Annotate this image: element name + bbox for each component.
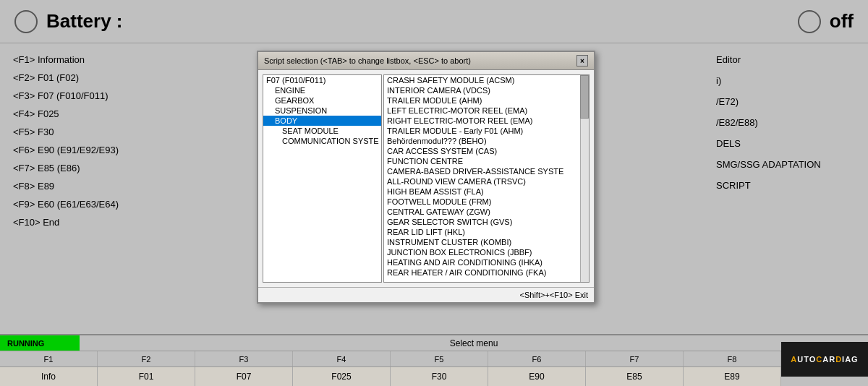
right-panel-dels: DELS — [716, 138, 861, 149]
menu-item-f5[interactable]: <F5> F30 — [7, 123, 231, 141]
list-item-gearbox[interactable]: GEARBOX — [263, 95, 381, 106]
list-item-kombi[interactable]: INSTRUMENT CLUSTER (KOMBI) — [384, 237, 589, 247]
menu-item-f6[interactable]: <F6> E90 (E91/E92/E93) — [7, 141, 231, 159]
list-item-zgw[interactable]: CENTRAL GATEWAY (ZGW) — [384, 207, 589, 217]
list-item-fka[interactable]: REAR HEATER / AIR CONDITIONING (FKA) — [384, 267, 589, 278]
dialog-titlebar: Script selection (<TAB> to change listbo… — [258, 52, 594, 70]
fn-label-f01[interactable]: F01 — [98, 367, 195, 386]
fn-key-f7: F7 — [586, 351, 684, 366]
list-item-beho[interactable]: Behördenmodul??? (BEHO) — [384, 136, 589, 146]
scrollbar-thumb[interactable] — [580, 75, 589, 119]
list-item-cas[interactable]: CAR ACCESS SYSTEM (CAS) — [384, 146, 589, 156]
fn-label-f30[interactable]: F30 — [391, 367, 488, 386]
battery-label: Battery : — [46, 10, 122, 33]
status-running: RUNNING — [0, 335, 80, 351]
list-item-frm[interactable]: FOOTWELL MODULE (FRM) — [384, 197, 589, 207]
brand-logo: AUTOCARDIAG — [781, 342, 868, 377]
menu-item-f4[interactable]: <F4> F025 — [7, 105, 231, 123]
script-dialog: Script selection (<TAB> to change listbo… — [257, 51, 595, 304]
list-item-body[interactable]: BODY — [263, 116, 381, 126]
fn-key-f6: F6 — [488, 351, 586, 366]
list-item-function-centre[interactable]: FUNCTION CENTRE — [384, 156, 589, 166]
fn-key-f4: F4 — [293, 351, 391, 366]
status-row: RUNNING Select menu — [0, 335, 868, 351]
fn-key-f8: F8 — [684, 351, 781, 366]
list-item-jbbf[interactable]: JUNCTION BOX ELECTRONICS (JBBF) — [384, 247, 589, 257]
fn-key-f5: F5 — [391, 351, 488, 366]
listbox-right[interactable]: CRASH SAFETY MODULE (ACSM) INTERIOR CAME… — [383, 74, 590, 283]
circle-btn-right[interactable] — [798, 10, 821, 33]
fn-label-f07[interactable]: F07 — [195, 367, 293, 386]
right-panel-editor: Editor — [716, 54, 861, 65]
list-item-engine[interactable]: ENGINE — [263, 85, 381, 95]
list-item-hkl[interactable]: REAR LID LIFT (HKL) — [384, 227, 589, 237]
list-item-trailer-early[interactable]: TRAILER MODULE - Early F01 (AHM) — [384, 126, 589, 136]
dialog-body: F07 (F010/F011) ENGINE GEARBOX SUSPENSIO… — [258, 70, 594, 287]
fn-label-e85[interactable]: E85 — [586, 367, 684, 386]
status-select-menu: Select menu — [80, 338, 868, 348]
list-item-acsm[interactable]: CRASH SAFETY MODULE (ACSM) — [384, 75, 589, 85]
list-item-left-ema[interactable]: LEFT ELECTRIC-MOTOR REEL (EMA) — [384, 106, 589, 116]
menu-item-f1[interactable]: <F1> Information — [7, 51, 231, 69]
list-item-trailer-ahm[interactable]: TRAILER MODULE (AHM) — [384, 95, 589, 106]
list-item-seat-module[interactable]: SEAT MODULE — [263, 126, 381, 136]
list-item-suspension[interactable]: SUSPENSION — [263, 106, 381, 116]
menu-item-f7[interactable]: <F7> E85 (E86) — [7, 159, 231, 177]
scrollbar-track[interactable] — [580, 75, 589, 282]
menu-item-f2[interactable]: <F2> F01 (F02) — [7, 69, 231, 87]
right-panel-e82: /E82/E88) — [716, 117, 861, 128]
brand-text: AUTOCARDIAG — [791, 355, 858, 364]
list-item-right-ema[interactable]: RIGHT ELECTRIC-MOTOR REEL (EMA) — [384, 116, 589, 126]
menu-item-f3[interactable]: <F3> F07 (F010/F011) — [7, 87, 231, 105]
top-right: off — [798, 10, 854, 33]
top-bar: Battery : off — [0, 0, 868, 43]
right-panel-smg: SMG/SSG ADAPTATION — [716, 159, 861, 170]
footer-right: <Shift>+<F10> Exit — [520, 291, 588, 299]
menu-item-f8[interactable]: <F8> E89 — [7, 177, 231, 195]
dialog-title: Script selection (<TAB> to change listbo… — [264, 56, 471, 65]
circle-btn-left[interactable] — [14, 10, 38, 33]
menu-item-f10[interactable]: <F10> End — [7, 213, 231, 231]
listbox-left[interactable]: F07 (F010/F011) ENGINE GEARBOX SUSPENSIO… — [263, 74, 382, 283]
list-item-gvs[interactable]: GEAR SELECTOR SWITCH (GVS) — [384, 217, 589, 227]
bottom-bar: RUNNING Select menu F1 F2 F3 F4 F5 F6 F7… — [0, 334, 868, 386]
fn-label-info[interactable]: Info — [0, 367, 98, 386]
fn-key-f3: F3 — [195, 351, 293, 366]
right-panel-e72: /E72) — [716, 96, 861, 107]
menu-item-f9[interactable]: <F9> E60 (E61/E63/E64) — [7, 195, 231, 213]
fn-label-row: Info F01 F07 F025 F30 E90 E85 E89 — [0, 367, 868, 386]
list-item-vdcs[interactable]: INTERIOR CAMERA (VDCS) — [384, 85, 589, 95]
fn-label-e89[interactable]: E89 — [684, 367, 781, 386]
dialog-footer: <Shift>+<F10> Exit — [258, 287, 594, 302]
list-item-camera-based[interactable]: CAMERA-BASED DRIVER-ASSISTANCE SYSTE — [384, 166, 589, 176]
dialog-close-btn[interactable]: × — [576, 55, 588, 67]
fn-key-f1: F1 — [0, 351, 98, 366]
fn-label-e90[interactable]: E90 — [488, 367, 586, 386]
list-item-comm-syste[interactable]: COMMUNICATION SYSTE — [263, 136, 381, 146]
left-menu-items: <F1> Information <F2> F01 (F02) <F3> F07… — [0, 43, 231, 239]
fn-row: F1 F2 F3 F4 F5 F6 F7 F8 AUTOCARDIAG — [0, 351, 868, 367]
list-item-f07[interactable]: F07 (F010/F011) — [263, 75, 381, 85]
right-panel-i: i) — [716, 75, 861, 86]
fn-label-f025[interactable]: F025 — [293, 367, 391, 386]
off-label: off — [830, 10, 854, 33]
right-panel-script: SCRIPT — [716, 180, 861, 191]
list-item-trsvc[interactable]: ALL-ROUND VIEW CAMERA (TRSVC) — [384, 176, 589, 186]
right-panel: Editor i) /E72) /E82/E88) DELS SMG/SSG A… — [709, 43, 868, 212]
fn-key-f2: F2 — [98, 351, 195, 366]
top-left: Battery : — [14, 10, 122, 33]
list-item-ihka[interactable]: HEATING AND AIR CONDITIONING (IHKA) — [384, 257, 589, 267]
list-item-fla[interactable]: HIGH BEAM ASSIST (FLA) — [384, 186, 589, 197]
